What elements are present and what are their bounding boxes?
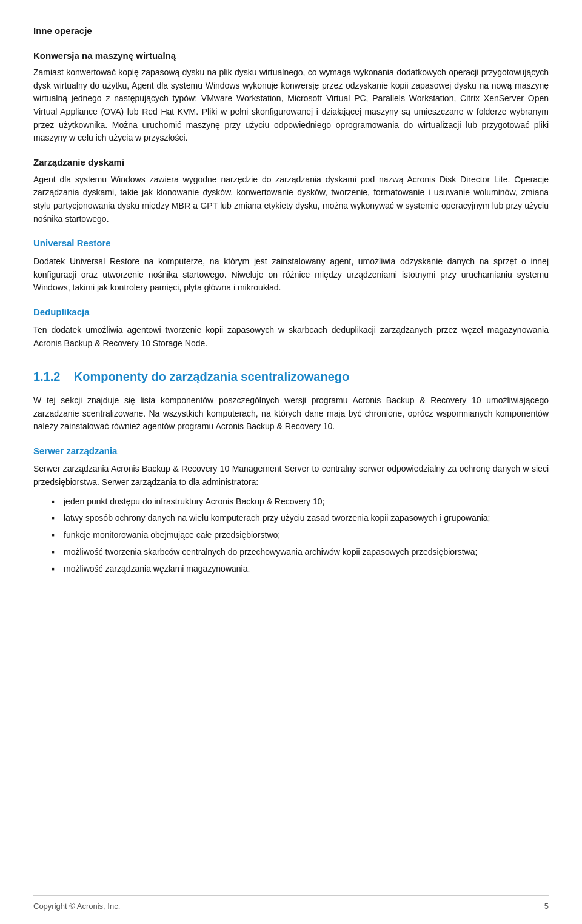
- paragraph-universal-restore: Dodatek Universal Restore na komputerze,…: [33, 255, 549, 295]
- list-item: funkcje monitorowania obejmujące całe pr…: [52, 529, 549, 542]
- list-item: jeden punkt dostępu do infrastruktury Ac…: [52, 495, 549, 509]
- paragraph-konwersja: Zamiast konwertować kopię zapasową dysku…: [33, 66, 549, 145]
- section-112-heading: 1.1.2 Komponenty do zarządzania scentral…: [33, 367, 549, 386]
- list-item: możliwość zarządzania węzłami magazynowa…: [52, 563, 549, 576]
- section-number: 1.1.2: [33, 370, 60, 383]
- paragraph-deduplikacja: Ten dodatek umożliwia agentowi tworzenie…: [33, 324, 549, 350]
- list-item: możliwość tworzenia skarbców centralnych…: [52, 546, 549, 559]
- page-number: 5: [544, 900, 549, 912]
- paragraph-serwer-zarzadzania: Serwer zarządzania Acronis Backup & Reco…: [33, 463, 549, 489]
- section-heading-inne-operacje: Inne operacje: [33, 24, 549, 38]
- copyright-label: Copyright © Acronis, Inc.: [33, 900, 120, 912]
- serwer-list: jeden punkt dostępu do infrastruktury Ac…: [33, 495, 549, 575]
- page-container: Inne operacje Konwersja na maszynę wirtu…: [0, 0, 582, 924]
- heading-universal-restore: Universal Restore: [33, 236, 549, 250]
- list-item: łatwy sposób ochrony danych na wielu kom…: [52, 512, 549, 525]
- heading-serwer-zarzadzania: Serwer zarządzania: [33, 444, 549, 458]
- heading-zarzadzanie-dyskami: Zarządzanie dyskami: [33, 156, 549, 170]
- section-title: Komponenty do zarządzania scentralizowan…: [74, 370, 350, 383]
- copyright-text: Copyright © Acronis, Inc.: [33, 900, 120, 912]
- paragraph-zarzadzanie-dyskami: Agent dla systemu Windows zawiera wygodn…: [33, 173, 549, 226]
- page-footer: Copyright © Acronis, Inc. 5: [33, 895, 549, 912]
- section-112-intro: W tej sekcji znajduje się lista komponen…: [33, 394, 549, 434]
- heading-deduplikacja: Deduplikacja: [33, 306, 549, 320]
- heading-konwersja: Konwersja na maszynę wirtualną: [33, 49, 549, 63]
